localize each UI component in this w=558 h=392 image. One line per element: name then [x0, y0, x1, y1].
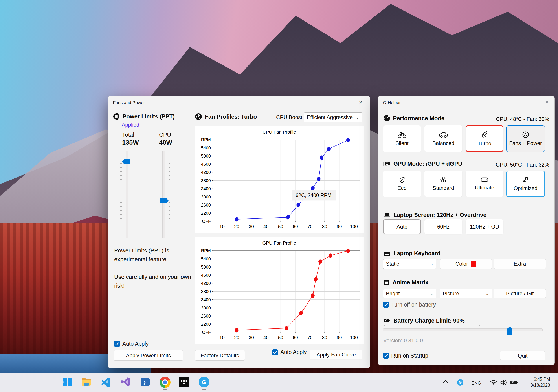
svg-text:80: 80 [322, 224, 327, 229]
ghelper-tray-icon[interactable]: G [457, 379, 463, 386]
vscode-icon[interactable] [101, 377, 112, 388]
ppt-warning-text-2: Use carefully and on your own risk! [114, 273, 193, 290]
svg-text:100: 100 [350, 224, 358, 229]
power-auto-apply-checkbox[interactable] [114, 341, 120, 347]
svg-text:5000: 5000 [201, 265, 211, 269]
volume-icon[interactable] [500, 379, 507, 386]
svg-text:70: 70 [307, 224, 313, 229]
battery-bolt-icon [383, 318, 391, 324]
perf-mode-turbo[interactable]: Turbo [466, 125, 503, 152]
clock[interactable]: 6:45 PM 3/18/2023 [531, 376, 550, 388]
cpu-boost-select[interactable]: Efficient Aggressive ⌄ [304, 112, 362, 122]
keyboard-color-button[interactable]: Color [440, 259, 492, 269]
run-on-startup-checkbox[interactable] [383, 353, 389, 359]
gpu-card-icon [383, 161, 391, 167]
g-helper-title: G-Helper [383, 100, 401, 105]
svg-text:60: 60 [293, 224, 298, 229]
fan-auto-apply-checkbox[interactable] [272, 349, 278, 355]
apply-fan-curve-button[interactable]: Apply Fan Curve [310, 350, 362, 359]
svg-text:2600: 2600 [201, 314, 211, 318]
anime-picture-gif-button[interactable]: Picture / Gif [494, 289, 546, 298]
power-auto-apply-label: Auto Apply [122, 341, 149, 347]
battery-slider-track[interactable] [383, 328, 543, 331]
close-icon[interactable]: ✕ [545, 99, 549, 105]
svg-text:50: 50 [278, 224, 283, 229]
gpu-mode-eco[interactable]: Eco [383, 170, 421, 197]
laptop-screen-header: Laptop Screen: 120Hz + Overdrive [383, 212, 487, 218]
version-link[interactable]: Version: 0.31.0.0 [383, 337, 423, 344]
power-limits-header: Power Limits (PPT) [113, 113, 175, 120]
total-value: 135W [122, 139, 139, 146]
visual-studio-icon[interactable] [121, 377, 131, 388]
anime-matrix-header: Anime Matrix [383, 279, 428, 286]
turn-off-on-battery-checkbox[interactable] [383, 302, 389, 308]
screen-mode-auto[interactable]: Auto [383, 219, 421, 234]
chrome-icon[interactable] [159, 377, 171, 388]
gpu-mode-ultimate[interactable]: Ultimate [466, 170, 503, 197]
perf-mode-balanced[interactable]: Balanced [424, 125, 462, 152]
file-explorer-icon[interactable] [81, 377, 92, 388]
tidal-icon[interactable] [179, 377, 190, 388]
svg-text:5400: 5400 [201, 256, 211, 261]
color-swatch [471, 261, 476, 267]
bicycle-icon [398, 131, 406, 138]
svg-text:3000: 3000 [201, 305, 211, 310]
desktop: Fans and Power ✕ Power Limits (PPT) Appl… [0, 0, 558, 392]
svg-text:90: 90 [337, 335, 342, 340]
quit-button[interactable]: Quit [500, 351, 545, 360]
screen-mode-60hz[interactable]: 60Hz [424, 219, 462, 234]
battery-slider-thumb[interactable] [507, 326, 513, 335]
screen-mode-120hz-od[interactable]: 120Hz + OD [466, 219, 503, 234]
anime-brightness-select[interactable]: Bright ⌄ [383, 289, 436, 298]
svg-text:3800: 3800 [201, 178, 211, 183]
svg-text:OFF: OFF [202, 219, 211, 224]
run-on-startup-label: Run on Startup [391, 352, 428, 359]
svg-text:60: 60 [293, 335, 298, 340]
wifi-icon[interactable] [490, 379, 497, 386]
chevron-down-icon: ⌄ [485, 291, 489, 296]
gpu-fan-chart[interactable]: GPU Fan Profile102030405060708090100OFF2… [195, 237, 364, 344]
svg-text:2600: 2600 [201, 203, 211, 208]
svg-text:62C, 2400 RPM: 62C, 2400 RPM [296, 192, 331, 198]
laptop-icon [383, 212, 391, 218]
cpu-fan-chart[interactable]: CPU Fan Profile102030405060708090100OFF2… [195, 126, 364, 233]
svg-text:4600: 4600 [201, 162, 211, 167]
language-indicator[interactable]: ENG [471, 381, 481, 386]
svg-text:3800: 3800 [201, 289, 211, 294]
gpu-mode-optimized[interactable]: Optimized [506, 170, 545, 197]
applied-status-link[interactable]: Applied [122, 122, 139, 128]
apply-power-limits-button[interactable]: Apply Power Limits [113, 350, 183, 361]
perf-mode-fans-power[interactable]: Fans + Power [506, 125, 545, 152]
svg-text:5400: 5400 [201, 145, 211, 150]
cpu-slider-thumb[interactable] [160, 198, 169, 203]
svg-text:90: 90 [337, 224, 342, 229]
flower-icon [440, 176, 447, 183]
tray-date: 3/18/2023 [531, 382, 550, 388]
factory-defaults-button[interactable]: Factory Defaults [195, 350, 245, 361]
svg-text:RPM: RPM [201, 137, 211, 142]
startup-row: Run on Startup [383, 352, 428, 359]
tray-chevron-icon[interactable] [443, 380, 448, 383]
keyboard-extra-button[interactable]: Extra [494, 259, 546, 269]
chevron-down-icon: ⌄ [430, 291, 434, 296]
total-slider-thumb[interactable] [122, 159, 130, 164]
start-button[interactable] [62, 377, 73, 388]
gpu-mode-standard[interactable]: Standard [424, 170, 462, 197]
perf-mode-silent[interactable]: Silent [383, 125, 421, 152]
battery-tray-icon[interactable] [510, 380, 518, 385]
matrix-icon [383, 279, 390, 286]
svg-text:20: 20 [234, 224, 239, 229]
close-icon[interactable]: ✕ [358, 99, 363, 105]
svg-text:70: 70 [307, 335, 313, 340]
optimized-gear-icon [522, 176, 529, 183]
svg-text:40: 40 [263, 224, 269, 229]
g-helper-taskbar-icon[interactable]: G [199, 377, 210, 388]
svg-text:GPU Fan Profile: GPU Fan Profile [262, 240, 296, 245]
cpu-chip-icon [113, 113, 120, 120]
anime-mode-select[interactable]: Picture ⌄ [440, 289, 492, 298]
svg-text:OFF: OFF [202, 330, 211, 335]
keyboard-mode-select[interactable]: Static ⌄ [383, 259, 436, 269]
terminal-icon[interactable]: ❯_ [140, 377, 151, 388]
power-auto-apply-row: Auto Apply [114, 341, 149, 347]
cpu-slider-track[interactable] [162, 151, 165, 238]
